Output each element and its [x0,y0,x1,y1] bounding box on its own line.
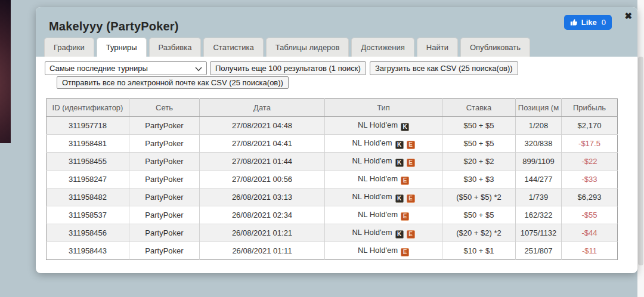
table-row[interactable]: 311957718PartyPoker27/08/2021 04:48NL Ho… [47,117,618,135]
reentry-badge-icon: E [401,177,409,185]
cell-position: 320/838 [516,135,562,153]
results-table-body: 311957718PartyPoker27/08/2021 04:48NL Ho… [47,117,618,260]
cell-network: PartyPoker [129,206,200,224]
game-type-label: NL Hold'em [358,120,398,129]
tab-charts[interactable]: Графики [44,38,94,57]
cell-profit: -$44 [562,224,618,242]
cell-date: 26/08/2021 01:11 [200,242,325,260]
cell-stake: $30 + $3 [442,171,516,188]
cell-type: NL Hold'emE [325,206,442,224]
like-count: 0 [602,18,606,27]
cell-type: NL Hold'emE [325,171,442,188]
game-type-label: NL Hold'em [358,210,398,219]
download-csv-button[interactable]: Загрузить все как CSV (25 поиска(ов)) [370,61,518,75]
cell-position: 1/208 [516,117,562,135]
table-row[interactable]: 311958482PartyPoker26/08/2021 03:13NL Ho… [47,188,618,206]
filter-selected-value: Самые последние турниры [49,64,148,73]
cell-id: 311958482 [47,188,129,206]
like-label: Like [581,18,597,27]
cell-stake: ($20 + $2) *2 [442,224,516,242]
cell-position: 899/1109 [516,153,562,171]
cell-date: 27/08/2021 00:56 [200,171,325,188]
table-row[interactable]: 311958247PartyPoker27/08/2021 00:56NL Ho… [47,171,618,188]
cell-position: 162/322 [516,206,562,224]
game-type-label: NL Hold'em [352,228,392,237]
get-more-results-button[interactable]: Получить еще 100 результатов (1 поиск) [210,61,366,75]
cell-network: PartyPoker [129,224,200,242]
cell-network: PartyPoker [129,117,200,135]
cell-date: 27/08/2021 01:44 [200,153,325,171]
player-results-modal: Makelyyy (PartyPoker) Like 0 ✖ ГрафикиТу… [36,7,637,273]
tab-leaderboards[interactable]: Таблицы лидеров [266,38,349,57]
cell-date: 27/08/2021 04:48 [200,117,325,135]
cell-network: PartyPoker [129,153,200,171]
table-header-row: ID (идентификатор)СетьДатаТипСтавкаПозиц… [47,99,618,117]
cell-position: 1/739 [516,188,562,206]
game-type-label: NL Hold'em [352,192,392,201]
thumbs-up-icon [570,18,578,26]
game-type-label: NL Hold'em [352,138,392,147]
knockout-badge-icon: K [395,159,404,167]
scrollbar-thumb[interactable] [638,57,643,265]
cell-type: NL Hold'emKE [325,188,442,206]
cell-stake: $50 + $5 [442,206,516,224]
cell-stake: $20 + $2 [442,153,516,171]
cell-profit: -$55 [562,206,618,224]
modal-header: Makelyyy (PartyPoker) Like 0 ✖ ГрафикиТу… [36,7,637,57]
table-row[interactable]: 311958455PartyPoker27/08/2021 01:44NL Ho… [47,153,618,171]
knockout-badge-icon: K [395,194,404,203]
cell-network: PartyPoker [129,242,200,260]
cell-profit: -$22 [562,153,618,171]
table-row[interactable]: 311958537PartyPoker26/08/2021 02:34NL Ho… [47,206,618,224]
cell-type: NL Hold'emK [325,117,442,135]
cell-date: 26/08/2021 03:13 [200,188,325,206]
table-row[interactable]: 311958456PartyPoker26/08/2021 01:21NL Ho… [47,224,618,242]
page-scrollbar[interactable] [637,0,644,297]
tab-bar: ГрафикиТурнирыРазбивкаСтатистикаТаблицы … [44,38,532,57]
tab-breakdown[interactable]: Разбивка [149,38,202,57]
tab-publish[interactable]: Опубликовать [460,38,530,57]
cell-date: 27/08/2021 04:41 [200,135,325,153]
cell-id: 311958247 [47,171,129,188]
tab-statistics[interactable]: Статистика [203,38,263,57]
cell-type: NL Hold'emKE [325,224,442,242]
cell-id: 311958443 [47,242,129,260]
column-header: ID (идентификатор) [47,99,129,117]
cell-id: 311957718 [47,117,129,135]
column-header: Ставка [442,99,516,117]
chevron-down-icon [195,67,202,72]
column-header: Позиция (м [516,99,562,117]
cell-stake: $50 + $5 [442,135,516,153]
knockout-badge-icon: K [395,141,404,149]
cell-id: 311958455 [47,153,129,171]
tab-find[interactable]: Найти [417,38,458,57]
cell-id: 311958481 [47,135,129,153]
cell-profit: $2,170 [562,117,618,135]
tab-tournaments[interactable]: Турниры [97,38,147,57]
reentry-badge-icon: E [407,194,415,203]
table-row[interactable]: 311958481PartyPoker27/08/2021 04:41NL Ho… [47,135,618,153]
column-header: Сеть [129,99,200,117]
reentry-badge-icon: E [407,230,415,239]
cell-type: NL Hold'emE [325,242,442,260]
cell-stake: $10 + $1 [442,242,516,260]
game-type-label: NL Hold'em [352,156,392,165]
reentry-badge-icon: E [401,212,409,221]
background-photo [0,0,11,143]
email-csv-button[interactable]: Отправить все по электронной почте как C… [57,76,289,89]
page-title: Makelyyy (PartyPoker) [49,20,179,33]
table-row[interactable]: 311958443PartyPoker26/08/2021 01:11NL Ho… [47,242,618,260]
knockout-badge-icon: K [401,123,409,131]
cell-stake: ($50 + $5) *2 [442,188,516,206]
facebook-like-button[interactable]: Like 0 [564,15,612,30]
cell-profit: $6,293 [562,188,618,206]
reentry-badge-icon: E [407,141,415,149]
cell-network: PartyPoker [129,188,200,206]
tab-achievements[interactable]: Достижения [351,38,414,57]
cell-stake: $50 + $5 [442,117,516,135]
column-header: Тип [325,99,442,117]
close-icon[interactable]: ✖ [624,10,632,23]
cell-date: 26/08/2021 02:34 [200,206,325,224]
tournament-filter-select[interactable]: Самые последние турниры [45,61,207,75]
cell-position: 1075/1132 [516,224,562,242]
